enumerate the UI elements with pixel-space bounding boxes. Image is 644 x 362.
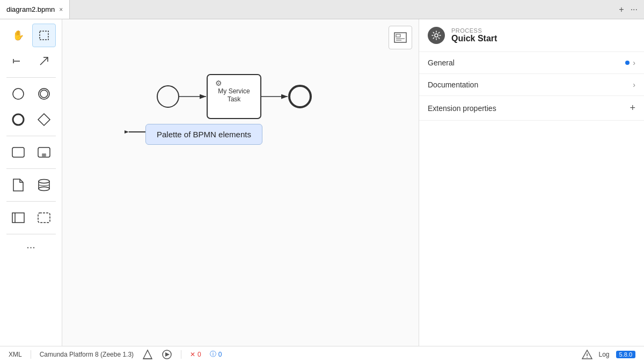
svg-text:Task: Task [228,95,241,103]
palette-divider-1 [6,77,56,78]
props-type-label: PROCESS [451,27,497,34]
svg-rect-21 [38,213,50,223]
svg-text:My Service: My Service [218,87,250,95]
deploy-icon[interactable] [142,349,153,360]
palette-connect-tool[interactable] [6,49,30,73]
svg-point-4 [13,88,24,99]
svg-point-22 [157,86,179,107]
props-title-group: PROCESS Quick Start [451,27,497,43]
props-section-documentation[interactable]: Documentation › [419,74,644,96]
pool-icon [11,212,25,224]
svg-point-18 [39,187,49,191]
extension-label: Extension properties [428,104,496,113]
palette-tooltip-text: Palette of BPMN elements [157,130,251,139]
xml-button[interactable]: XML [9,351,22,358]
error-icon: ✕ [190,351,195,358]
palette-divider-3 [6,168,56,169]
warning-icon[interactable] [582,349,592,360]
play-icon[interactable] [162,349,172,360]
palette-pool[interactable] [6,206,30,230]
svg-point-6 [40,90,48,98]
task-icon [11,146,25,158]
svg-point-44 [587,357,588,358]
gear-icon [431,31,441,40]
palette-row-1: ✋ [6,24,56,47]
svg-line-3 [40,57,48,65]
error-count: 0 [197,351,201,358]
palette-row-pool-group [6,206,56,230]
subprocess-icon [37,146,51,158]
more-options-button[interactable]: ··· [631,5,638,14]
svg-rect-9 [12,147,24,157]
intermediate-event-icon [37,87,51,101]
palette-select-tool[interactable] [32,24,56,47]
log-button[interactable]: Log [599,351,610,358]
process-icon [428,27,445,44]
main-layout: ✋ [0,19,644,346]
palette-hand-tool[interactable]: ✋ [6,24,30,47]
statusbar-right: Log 5.8.0 [582,349,636,360]
general-label: General [428,58,455,67]
svg-marker-41 [165,352,170,357]
palette-divider-2 [6,136,56,136]
extension-plus-icon: + [630,102,635,114]
arrow-icon [38,55,50,67]
properties-panel: PROCESS Quick Start General › Documentat… [419,19,644,346]
svg-rect-34 [396,34,400,37]
svg-marker-38 [143,350,152,359]
data-object-icon [12,178,24,192]
extension-right: + [630,102,635,114]
palette-divider-4 [6,201,56,202]
bpmn-palette: ✋ [0,19,62,346]
svg-marker-8 [38,114,50,125]
palette-more-button[interactable]: ··· [26,241,35,253]
info-badge[interactable]: ⓘ 0 [210,350,222,359]
platform-label: Camunda Platform 8 (Zeebe 1.3) [40,351,134,358]
active-tab[interactable]: diagram2.bpmn × [0,0,70,19]
info-icon: ⓘ [210,350,216,359]
general-right: › [625,58,635,67]
palette-subprocess[interactable] [32,141,56,164]
palette-intermediate-event[interactable] [32,82,56,106]
palette-tooltip: Palette of BPMN elements [145,124,262,145]
general-chevron: › [633,58,635,67]
palette-arrow-tool[interactable] [32,49,56,73]
bpmn-canvas[interactable]: ⚙ My Service Task Palette of BPMN elemen… [62,19,419,346]
titlebar-actions: + ··· [619,5,644,14]
props-section-general[interactable]: General › [419,52,644,74]
documentation-chevron: › [633,80,635,89]
palette-data-object[interactable] [6,173,30,197]
palette-start-event[interactable] [6,82,30,106]
palette-row-data [6,173,56,197]
palette-data-store[interactable] [32,173,56,197]
palette-gateway[interactable] [32,108,56,131]
svg-rect-10 [38,147,50,157]
palette-task[interactable] [6,141,30,164]
add-tab-button[interactable]: + [619,5,624,14]
palette-row-2 [6,49,56,73]
select-icon [39,30,49,41]
titlebar: diagram2.bpmn × + ··· [0,0,644,19]
end-event-icon [11,113,25,127]
minimap-icon [394,32,407,43]
svg-marker-14 [13,179,23,191]
info-count: 0 [218,351,222,358]
documentation-right: › [633,80,635,89]
svg-rect-19 [12,213,24,223]
tab-close-button[interactable]: × [59,6,63,13]
diagram-svg: ⚙ My Service Task [62,19,419,346]
svg-point-7 [13,114,24,125]
svg-rect-0 [40,31,48,40]
props-section-extension[interactable]: Extension properties + [419,96,644,121]
palette-end-event[interactable] [6,108,30,131]
minimap-button[interactable] [389,26,412,49]
palette-divider-5 [6,234,56,234]
props-name: Quick Start [451,34,497,43]
svg-point-30 [289,86,311,107]
documentation-label: Documentation [428,80,478,89]
palette-group[interactable] [32,206,56,230]
error-badge[interactable]: ✕ 0 [190,351,201,358]
svg-point-37 [435,34,438,37]
palette-row-end-gateway [6,108,56,131]
general-dot-indicator [625,61,630,65]
